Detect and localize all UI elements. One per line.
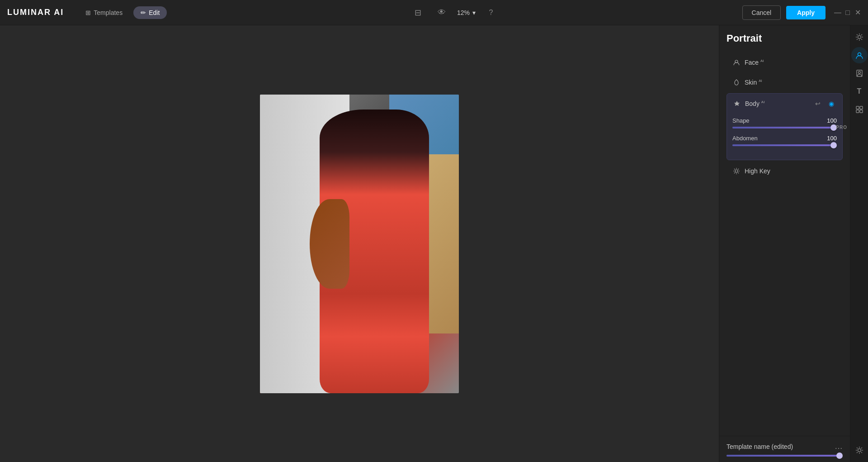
face-ai-section[interactable]: Face AI — [726, 53, 843, 71]
abdomen-slider-fill — [732, 144, 837, 146]
svg-line-34 — [861, 448, 862, 448]
main-content: Portrait Face AI Skin AI — [0, 25, 868, 462]
svg-rect-25 — [856, 110, 859, 113]
edit-button[interactable]: ✏ Edit — [133, 6, 167, 19]
body-reset-button[interactable]: ↩ — [812, 98, 823, 109]
abdomen-slider-label-row: Abdomen 100 — [732, 135, 837, 142]
window-controls: — □ ✕ — [835, 10, 861, 16]
logo-text: LUMINAR AI — [7, 8, 64, 17]
svg-point-2 — [735, 170, 738, 172]
svg-line-35 — [857, 452, 858, 453]
face-ai-panel-icon[interactable] — [851, 47, 868, 63]
photo-container — [260, 95, 459, 393]
body-label: Body AI — [745, 100, 812, 107]
abdomen-value: 100 — [827, 135, 837, 142]
cancel-button[interactable]: Cancel — [742, 5, 781, 20]
zoom-control[interactable]: 12% ▾ — [457, 9, 476, 16]
face-label: Face AI — [745, 59, 837, 66]
svg-line-19 — [857, 39, 858, 40]
apply-button[interactable]: Apply — [786, 6, 826, 19]
skin-label: Skin AI — [745, 79, 837, 86]
pro-badge: PRO — [836, 125, 847, 130]
abdomen-label: Abdomen — [732, 135, 758, 142]
bottom-slider-thumb[interactable] — [836, 452, 843, 459]
svg-rect-24 — [860, 106, 863, 109]
bottom-slider-fill — [726, 455, 839, 457]
shape-slider-row: Shape 100 — [732, 117, 837, 129]
close-button[interactable]: ✕ — [854, 10, 861, 16]
maximize-button[interactable]: □ — [844, 10, 851, 16]
header-center: ⊟ 👁 12% ▾ ? — [410, 5, 499, 21]
header-right: Cancel Apply — □ ✕ — [742, 5, 861, 20]
body-section-header[interactable]: Body AI ↩ ◉ — [727, 94, 842, 114]
face-icon — [732, 58, 741, 67]
abdomen-slider-row: Abdomen 100 — [732, 135, 837, 146]
sun-top-icon[interactable] — [851, 29, 868, 45]
zoom-value: 12% — [457, 9, 470, 16]
templates-button[interactable]: ⊞ Templates — [78, 6, 130, 19]
body-ai-section: Body AI ↩ ◉ Shape 100 — [726, 93, 843, 160]
svg-line-32 — [857, 448, 858, 448]
svg-rect-23 — [856, 106, 859, 109]
panel-icon-rail: T — [850, 25, 868, 462]
skin-icon — [732, 78, 741, 87]
minimize-button[interactable]: — — [835, 10, 841, 16]
portrait-panel-icon[interactable] — [851, 65, 868, 81]
svg-line-10 — [734, 173, 735, 174]
canvas-area — [0, 25, 719, 462]
abdomen-slider-track[interactable] — [732, 144, 837, 146]
photo-art — [260, 95, 459, 393]
high-key-icon — [732, 167, 741, 176]
shape-slider-label-row: Shape 100 — [732, 117, 837, 124]
body-tool-actions: ↩ ◉ — [812, 98, 837, 109]
text-panel-icon[interactable]: T — [851, 83, 868, 100]
body-icon — [732, 99, 741, 108]
layout-icon[interactable]: ⊟ — [410, 5, 426, 21]
shape-value: 100 — [827, 117, 837, 124]
shape-slider-track[interactable] — [732, 127, 837, 129]
svg-rect-26 — [860, 110, 863, 113]
template-name-row: Template name (edited) … — [726, 442, 843, 451]
svg-line-9 — [738, 169, 739, 170]
app-logo: LUMINAR AI — [7, 8, 64, 17]
shape-label: Shape — [732, 117, 750, 124]
templates-label: Templates — [94, 9, 123, 16]
template-more-button[interactable]: … — [835, 442, 843, 451]
view-toggle-icon[interactable]: 👁 — [434, 5, 450, 21]
app-header: LUMINAR AI ⊞ Templates ✏ Edit ⊟ 👁 12% ▾ … — [0, 0, 868, 25]
svg-line-8 — [738, 173, 739, 174]
edit-label: Edit — [149, 9, 160, 16]
body-section-body: Shape 100 Abdomen 100 — [727, 114, 842, 160]
high-key-label: High Key — [745, 167, 837, 175]
svg-marker-1 — [734, 101, 740, 106]
header-nav: ⊞ Templates ✏ Edit — [78, 6, 167, 19]
panel-bottom: Template name (edited) … — [719, 436, 868, 462]
svg-point-11 — [858, 36, 861, 39]
svg-line-18 — [861, 34, 862, 35]
svg-line-33 — [861, 452, 862, 453]
shape-slider-fill — [732, 127, 837, 129]
photo-canvas — [260, 95, 459, 393]
svg-line-17 — [861, 39, 862, 40]
sun-bottom-icon[interactable] — [851, 442, 868, 458]
high-key-section[interactable]: High Key — [726, 162, 843, 180]
svg-point-22 — [858, 71, 860, 74]
svg-line-7 — [734, 169, 735, 170]
layout-panel-icon[interactable] — [851, 101, 868, 118]
svg-point-27 — [858, 449, 861, 452]
zoom-chevron-icon: ▾ — [472, 9, 476, 16]
panel-content: Portrait Face AI Skin AI — [719, 25, 868, 436]
photo-arm — [310, 199, 349, 289]
templates-icon: ⊞ — [85, 9, 91, 16]
help-icon[interactable]: ? — [483, 5, 499, 21]
bottom-slider-track[interactable] — [726, 455, 843, 457]
svg-line-16 — [857, 34, 858, 35]
abdomen-slider-thumb[interactable] — [830, 142, 837, 148]
body-toggle-button[interactable]: ◉ — [826, 98, 837, 109]
header-left: LUMINAR AI ⊞ Templates ✏ Edit — [7, 6, 167, 19]
template-name-label: Template name (edited) — [726, 443, 793, 450]
panel-title: Portrait — [726, 33, 843, 44]
edit-icon: ✏ — [141, 9, 146, 16]
skin-ai-section[interactable]: Skin AI — [726, 73, 843, 91]
right-panel: Portrait Face AI Skin AI — [719, 25, 868, 462]
